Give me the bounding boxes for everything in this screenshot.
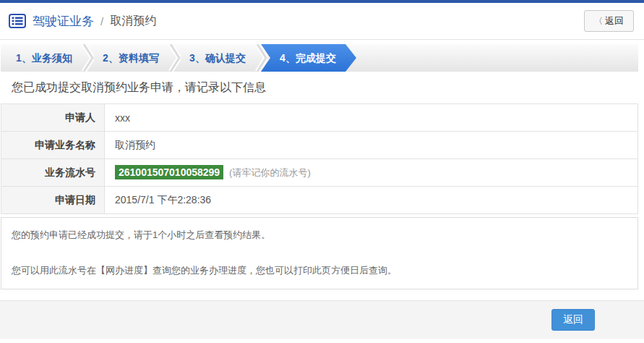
business-name-value: 取消预约 [105, 132, 638, 159]
business-name-label: 申请业务名称 [1, 132, 105, 159]
back-button-bottom[interactable]: 返回 [551, 309, 595, 331]
page-title: 驾驶证业务 [33, 13, 94, 30]
serial-number-note: (请牢记你的流水号) [229, 167, 311, 178]
step-divider-icon [168, 44, 181, 82]
serial-number-cell: 261001507010058299 (请牢记你的流水号) [105, 159, 638, 187]
page-header: 驾驶证业务 / 取消预约 〈 返回 [0, 3, 644, 40]
breadcrumb-separator: / [100, 15, 103, 27]
serial-number-badge: 261001507010058299 [115, 165, 223, 179]
step-4-label: 4、完成提交 [280, 52, 336, 64]
step-divider-icon [81, 44, 94, 82]
list-document-icon [9, 14, 26, 28]
step-bar-filler [356, 44, 638, 72]
applicant-label: 申请人 [1, 104, 105, 132]
note-progress-query: 您可以用此流水号在【网办进度】查询您的业务办理进度，您也可以打印此页方便日后查询… [12, 264, 627, 277]
step-2-label: 2、资料填写 [103, 52, 159, 64]
chevron-left-icon: 〈 [594, 15, 603, 27]
step-divider-icon [254, 44, 267, 82]
apply-date-value: 2015/7/1 下午2:28:36 [105, 187, 638, 214]
result-notes-box: 您的预约申请已经成功提交，请于1个小时之后查看预约结果。 您可以用此流水号在【网… [1, 217, 638, 289]
breadcrumb-current: 取消预约 [110, 14, 156, 29]
note-check-result: 您的预约申请已经成功提交，请于1个小时之后查看预约结果。 [12, 229, 627, 242]
footer-action-bar: 返回 [0, 300, 644, 339]
step-3-confirm-submit[interactable]: 3、确认提交 [174, 44, 261, 72]
step-3-label: 3、确认提交 [189, 52, 246, 64]
table-row-serial-number: 业务流水号 261001507010058299 (请牢记你的流水号) [1, 159, 638, 187]
table-row-apply-date: 申请日期 2015/7/1 下午2:28:36 [1, 187, 638, 214]
table-row-applicant: 申请人 xxx [1, 104, 638, 132]
step-1-business-notice[interactable]: 1、业务须知 [1, 44, 87, 72]
step-wizard-bar: 1、业务须知 2、资料填写 3、确认提交 4、完成提交 [1, 44, 638, 72]
step-1-label: 1、业务须知 [16, 52, 72, 64]
table-row-business-name: 申请业务名称 取消预约 [1, 132, 638, 159]
back-button-top[interactable]: 〈 返回 [584, 10, 634, 32]
applicant-value: xxx [105, 104, 638, 132]
application-info-table: 申请人 xxx 申请业务名称 取消预约 业务流水号 26100150701005… [1, 103, 638, 214]
apply-date-label: 申请日期 [1, 187, 105, 214]
step-4-complete-submit-active[interactable]: 4、完成提交 [261, 44, 356, 72]
success-message: 您已成功提交取消预约业务申请，请记录以下信息 [0, 72, 644, 103]
step-2-fill-information[interactable]: 2、资料填写 [87, 44, 174, 72]
back-button-top-label: 返回 [605, 14, 624, 27]
serial-number-label: 业务流水号 [1, 159, 105, 187]
